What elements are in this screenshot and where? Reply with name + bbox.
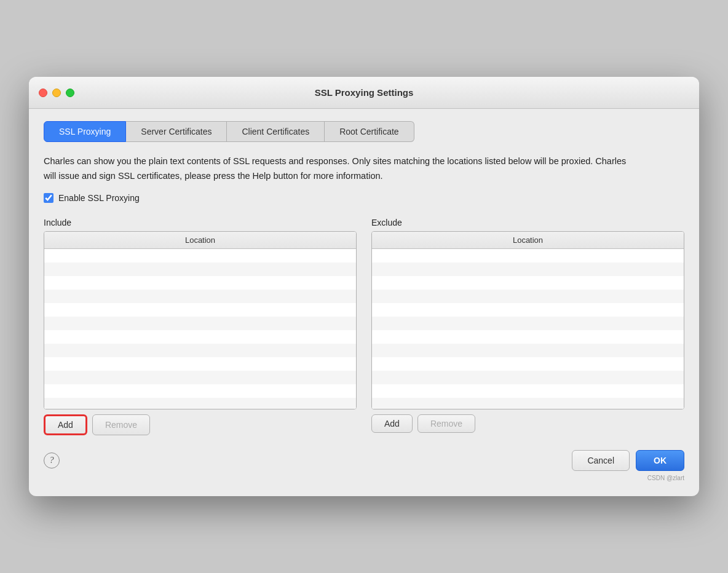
tab-server-certificates[interactable]: Server Certificates: [126, 121, 227, 142]
window-controls: [39, 89, 74, 97]
minimize-button[interactable]: [52, 89, 61, 97]
bottom-bar: ? Cancel OK: [44, 450, 684, 471]
watermark: CSDN @zlart: [44, 475, 684, 481]
table-row: [372, 344, 684, 357]
exclude-add-button[interactable]: Add: [371, 414, 413, 433]
enable-ssl-checkbox[interactable]: [44, 193, 53, 203]
include-add-button[interactable]: Add: [44, 414, 87, 435]
dialog-actions: Cancel OK: [572, 450, 684, 471]
table-row: [372, 398, 684, 409]
exclude-column-header: Location: [372, 232, 684, 249]
table-row: [44, 276, 356, 290]
table-row: [44, 330, 356, 344]
table-row: [372, 303, 684, 317]
exclude-label: Exclude: [371, 218, 684, 227]
include-panel: Include Location: [44, 218, 357, 435]
exclude-table-body: [372, 249, 684, 409]
exclude-buttons: Add Remove: [371, 414, 684, 433]
table-row: [372, 357, 684, 371]
description-text: Charles can show you the plain text cont…: [44, 154, 634, 183]
tab-bar: SSL Proxying Server Certificates Client …: [44, 121, 684, 142]
include-column-header: Location: [44, 232, 356, 249]
window-title: SSL Proxying Settings: [315, 87, 414, 98]
main-window: SSL Proxying Settings SSL Proxying Serve…: [29, 77, 699, 496]
table-row: [44, 344, 356, 357]
table-row: [372, 249, 684, 263]
table-row: [44, 317, 356, 330]
table-row: [44, 249, 356, 263]
close-button[interactable]: [39, 89, 47, 97]
cancel-button[interactable]: Cancel: [572, 450, 630, 471]
include-buttons: Add Remove: [44, 414, 357, 435]
title-bar: SSL Proxying Settings: [29, 77, 699, 109]
table-row: [44, 290, 356, 303]
window-content: SSL Proxying Server Certificates Client …: [29, 109, 699, 496]
table-row: [44, 303, 356, 317]
exclude-table: Location: [371, 231, 684, 409]
table-row: [372, 317, 684, 330]
panels-container: Include Location: [44, 218, 684, 435]
table-row: [372, 276, 684, 290]
tab-ssl-proxying[interactable]: SSL Proxying: [44, 121, 126, 142]
include-table-body: [44, 249, 356, 409]
exclude-panel: Exclude Location: [371, 218, 684, 435]
tab-root-certificate[interactable]: Root Certificate: [325, 121, 414, 142]
include-remove-button[interactable]: Remove: [92, 414, 150, 435]
tab-client-certificates[interactable]: Client Certificates: [227, 121, 325, 142]
help-button[interactable]: ?: [44, 452, 60, 468]
table-row: [44, 384, 356, 398]
maximize-button[interactable]: [66, 89, 74, 97]
enable-ssl-label: Enable SSL Proxying: [58, 193, 140, 203]
include-table: Location: [44, 231, 357, 409]
table-row: [372, 371, 684, 384]
include-label: Include: [44, 218, 357, 227]
table-row: [44, 263, 356, 276]
exclude-remove-button[interactable]: Remove: [417, 414, 475, 433]
table-row: [44, 357, 356, 371]
enable-ssl-row: Enable SSL Proxying: [44, 193, 684, 203]
table-row: [372, 263, 684, 276]
table-row: [44, 371, 356, 384]
ok-button[interactable]: OK: [636, 450, 684, 471]
table-row: [372, 290, 684, 303]
table-row: [44, 398, 356, 409]
table-row: [372, 384, 684, 398]
table-row: [372, 330, 684, 344]
